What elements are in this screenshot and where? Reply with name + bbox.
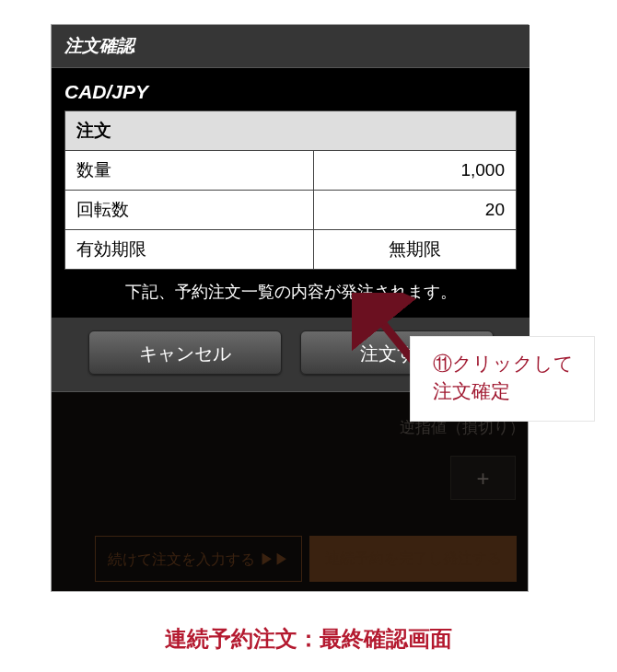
confirm-note: 下記、予約注文一覧の内容が発注されます。	[64, 281, 517, 303]
app-frame: 売買 指値 69.800 無期限 逆指値（損切り） + 続けて注文を入力する ▶…	[51, 24, 529, 592]
order-table: 注文 数量 1,000 回転数 20 有効期限 無期限	[64, 110, 517, 270]
order-table-header: 注文	[65, 111, 517, 151]
bg-plus-stepper: +	[450, 456, 516, 500]
qty-value: 1,000	[313, 151, 517, 191]
rotation-value: 20	[313, 191, 517, 230]
table-row: 回転数 20	[65, 191, 517, 230]
table-row: 数量 1,000	[65, 151, 517, 191]
modal-body: CAD/JPY 注文 数量 1,000 回転数 20 有効期限 無期限 下記、予…	[52, 68, 530, 318]
expiry-value: 無期限	[313, 230, 517, 270]
annotation-callout: ⑪クリックして 注文確定	[410, 336, 595, 422]
page-caption: 連続予約注文：最終確認画面	[0, 624, 617, 654]
annotation-number: ⑪	[433, 350, 452, 377]
modal-title: 注文確認	[52, 25, 530, 68]
expiry-label: 有効期限	[65, 230, 314, 270]
annotation-line1: クリックして	[452, 353, 574, 374]
currency-pair: CAD/JPY	[64, 77, 517, 110]
cancel-button[interactable]: キャンセル	[88, 330, 282, 375]
bg-continue-button: 続けて注文を入力する ▶▶	[95, 536, 302, 582]
bg-complete-button: 連続予約を完了し発注する	[309, 536, 517, 582]
rotation-label: 回転数	[65, 191, 314, 230]
annotation-line2: 注文確定	[433, 380, 510, 401]
qty-label: 数量	[65, 151, 314, 191]
table-row: 有効期限 無期限	[65, 230, 517, 270]
